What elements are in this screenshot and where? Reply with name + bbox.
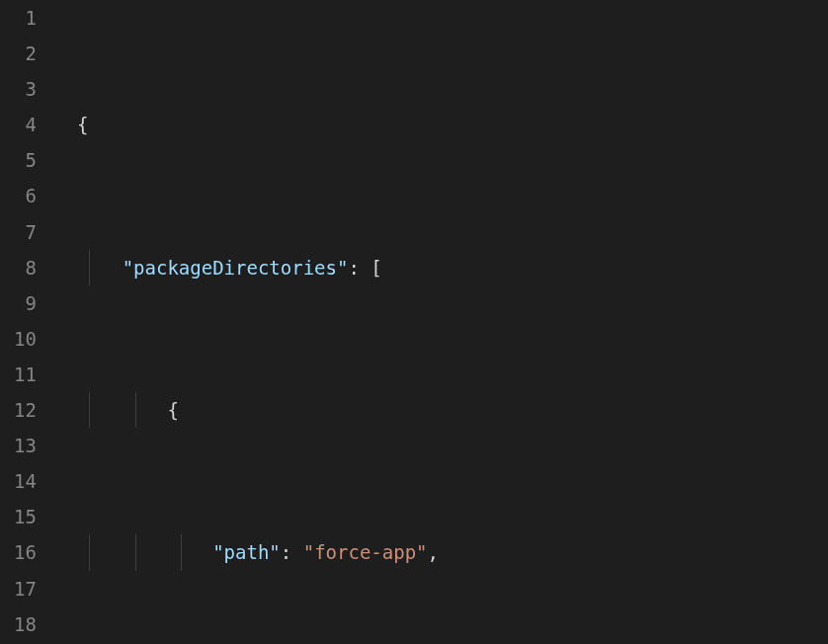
json-string: "force-app" [303,541,428,563]
line-number: 6 [0,178,37,213]
line-number: 4 [0,107,37,142]
code-line[interactable]: { [54,107,828,142]
code-line[interactable]: { [54,392,828,428]
line-number: 9 [0,285,37,321]
code-line[interactable]: "path": "force-app", [54,534,828,570]
brace-open: { [77,114,88,135]
json-key: "packageDirectories" [123,257,349,279]
line-number: 14 [0,463,37,499]
line-number: 10 [0,321,37,357]
line-number-gutter: 1 2 3 4 5 6 7 8 9 10 11 12 13 14 15 16 1… [0,0,54,644]
line-number: 8 [0,250,37,285]
line-number: 15 [0,499,37,534]
line-number: 7 [0,214,37,250]
line-number: 5 [0,142,37,178]
brace-open: { [167,399,178,421]
json-key: "path" [212,541,281,563]
line-number: 18 [0,606,37,642]
line-number: 17 [0,571,37,606]
line-number: 2 [0,36,37,71]
code-editor[interactable]: { "packageDirectories": [ { "path": "for… [54,0,828,644]
code-line[interactable]: "packageDirectories": [ [54,250,828,285]
line-number: 3 [0,71,37,107]
bracket-open: [ [371,257,381,279]
line-number: 1 [0,0,37,36]
line-number: 11 [0,357,37,392]
line-number: 16 [0,534,37,570]
line-number: 13 [0,428,37,463]
line-number: 12 [0,392,37,428]
